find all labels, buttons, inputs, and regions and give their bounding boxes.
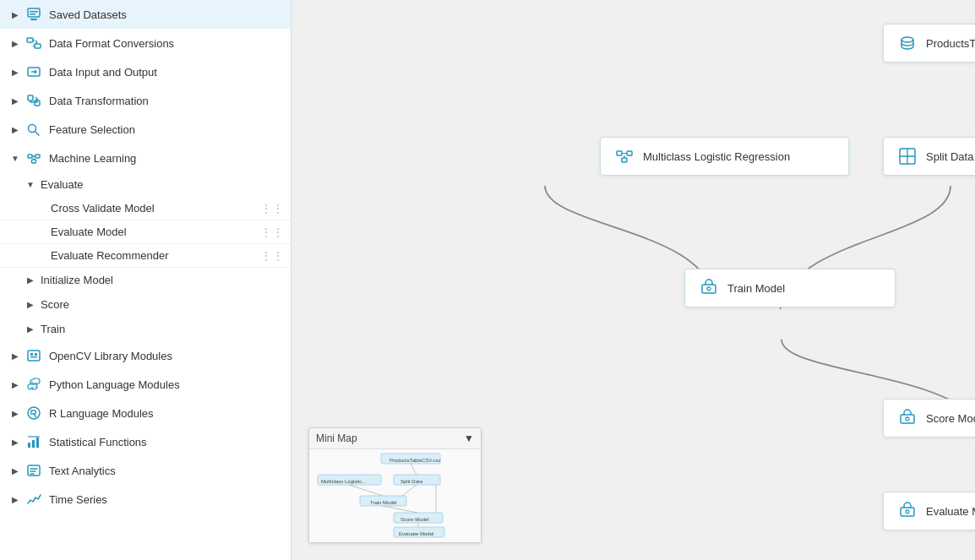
time-series-icon [25, 491, 42, 508]
svg-text:Split Data: Split Data [400, 479, 423, 484]
svg-line-47 [349, 485, 383, 496]
multiclass-icon [614, 146, 635, 166]
data-transform-icon [25, 92, 42, 109]
chevron-icon [10, 351, 20, 361]
sidebar-label: Evaluate Recommender [51, 249, 168, 262]
node-train-model[interactable]: Train Model [684, 269, 896, 307]
sidebar-item-machine-learning[interactable]: Machine Learning [0, 144, 291, 172]
svg-rect-30 [901, 415, 914, 423]
db-icon [897, 33, 918, 53]
sidebar-item-evaluate-recommender[interactable]: Evaluate Recommender ⋮⋮ [0, 244, 291, 268]
node-label: Score Model [926, 412, 975, 425]
sidebar-item-train[interactable]: Train [0, 317, 291, 341]
minimap: Mini Map ▼ ProductsTableCSV.csv Multicla… [308, 427, 482, 543]
saved-datasets-icon [25, 6, 42, 23]
svg-rect-20 [32, 440, 35, 448]
node-split-data[interactable]: Split Data [883, 137, 975, 176]
sidebar-item-opencv[interactable]: OpenCV Library Modules [0, 341, 291, 370]
sidebar-label: Machine Learning [49, 152, 136, 165]
sidebar-item-data-input[interactable]: Data Input and Output [0, 57, 291, 86]
sidebar-item-python[interactable]: Python Language Modules [0, 370, 291, 399]
sidebar-item-data-transform[interactable]: Data Transformation [0, 86, 291, 115]
svg-rect-5 [35, 44, 41, 48]
canvas: ProductsTableCSV.csv Multiclass Logistic… [291, 0, 975, 560]
evaluate-group: Evaluate Cross Validate Model ⋮⋮ Evaluat… [0, 172, 291, 341]
svg-rect-28 [702, 285, 716, 293]
evaluate-model-icon [897, 501, 918, 521]
svg-rect-2 [30, 11, 38, 13]
svg-rect-25 [627, 151, 632, 155]
sidebar-label: Python Language Modules [49, 378, 180, 391]
sidebar-item-evaluate[interactable]: Evaluate [0, 172, 291, 197]
svg-point-17 [31, 381, 33, 383]
svg-point-18 [35, 386, 36, 388]
node-score-model[interactable]: Score Model [883, 399, 975, 438]
sidebar-item-r-lang[interactable]: R Language Modules [0, 399, 291, 427]
node-label: Split Data [926, 150, 973, 163]
drag-handle-icon: ⋮⋮ [260, 202, 284, 215]
minimap-content: ProductsTableCSV.csv Multiclass Logistic… [309, 449, 481, 542]
sidebar-item-saved-datasets[interactable]: Saved Datasets [0, 0, 291, 29]
svg-text:Evaluate Model: Evaluate Model [399, 531, 433, 536]
chevron-icon [10, 437, 20, 447]
sidebar-item-data-format[interactable]: Data Format Conversions [0, 29, 291, 57]
chevron-icon [10, 153, 20, 163]
sidebar-label: Feature Selection [49, 123, 135, 136]
svg-rect-3 [30, 14, 35, 15]
data-input-icon [25, 63, 42, 80]
sidebar-item-statistical[interactable]: Statistical Functions [0, 427, 291, 456]
minimap-label: Mini Map [316, 432, 357, 444]
node-label: Evaluate Model [926, 505, 975, 518]
minimap-svg: ProductsTableCSV.csv Multiclass Logistic… [309, 449, 481, 542]
sidebar-item-cross-validate[interactable]: Cross Validate Model ⋮⋮ [0, 197, 291, 220]
train-model-icon [699, 278, 719, 298]
chevron-icon [10, 95, 20, 106]
sidebar-item-evaluate-model[interactable]: Evaluate Model ⋮⋮ [0, 220, 291, 244]
sidebar-label: Cross Validate Model [51, 202, 155, 215]
node-evaluate-model[interactable]: Evaluate Model [883, 492, 975, 530]
chevron-icon [10, 124, 20, 134]
chevron-icon [10, 465, 20, 476]
svg-rect-32 [901, 508, 914, 516]
sidebar-label: Text Analytics [49, 465, 116, 477]
chevron-icon [10, 9, 20, 19]
chevron-icon [25, 180, 35, 190]
node-label: Multiclass Logistic Regression [643, 150, 790, 163]
svg-line-46 [411, 464, 417, 475]
chevron-icon [10, 379, 20, 389]
feature-selection-icon [25, 121, 42, 138]
svg-rect-26 [622, 158, 627, 162]
sidebar-item-time-series[interactable]: Time Series [0, 485, 291, 514]
sidebar-item-text-analytics[interactable]: Text Analytics [0, 456, 291, 485]
sidebar-label: Data Input and Output [49, 66, 157, 79]
python-icon [25, 376, 42, 393]
sidebar-label: Data Format Conversions [49, 37, 174, 50]
node-label: ProductsTableCSV.csv [926, 37, 975, 50]
chevron-icon [10, 494, 20, 504]
sidebar-label: Initialize Model [41, 274, 113, 286]
sidebar-label: Train [41, 323, 65, 335]
svg-text:Train Model: Train Model [370, 500, 396, 505]
node-products-csv[interactable]: ProductsTableCSV.csv [883, 24, 975, 63]
sidebar-label: Evaluate Model [51, 226, 127, 238]
data-format-icon [25, 35, 42, 52]
sidebar-item-feature-selection[interactable]: Feature Selection [0, 115, 291, 144]
svg-line-48 [402, 485, 417, 496]
chevron-icon [25, 324, 35, 334]
svg-rect-21 [36, 438, 39, 448]
score-model-icon [897, 408, 918, 428]
chevron-icon [10, 408, 20, 418]
sidebar-item-initialize-model[interactable]: Initialize Model [0, 268, 291, 292]
svg-rect-14 [30, 353, 33, 356]
svg-rect-13 [28, 351, 40, 361]
sidebar-label: R Language Modules [49, 407, 154, 420]
node-label: Train Model [727, 282, 785, 295]
node-multiclass[interactable]: Multiclass Logistic Regression [600, 137, 849, 176]
svg-text:Score Model: Score Model [400, 517, 429, 522]
svg-text:Multiclass Logistic...: Multiclass Logistic... [321, 479, 367, 484]
sidebar-item-score[interactable]: Score [0, 292, 291, 317]
sidebar-label: Score [41, 298, 69, 311]
svg-rect-15 [35, 353, 37, 356]
minimap-header[interactable]: Mini Map ▼ [309, 428, 481, 449]
svg-rect-11 [35, 155, 40, 158]
